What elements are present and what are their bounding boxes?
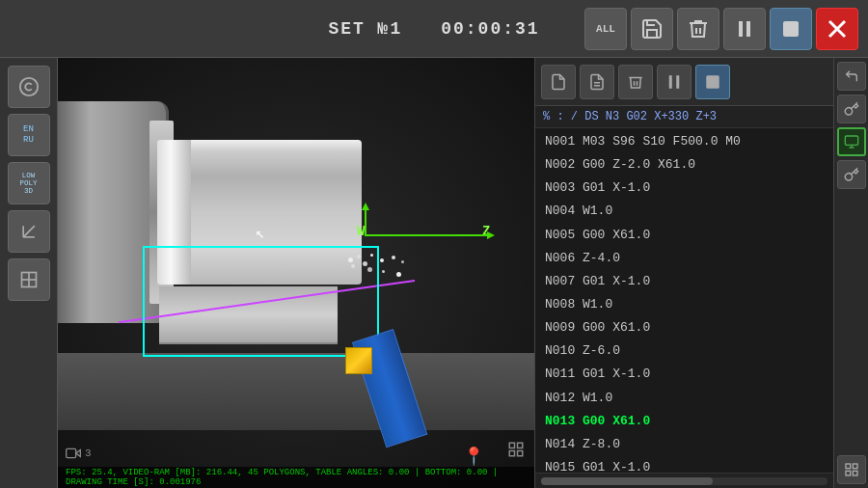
svg-rect-19: [669, 75, 672, 89]
svg-point-5: [19, 78, 37, 95]
svg-rect-0: [739, 21, 743, 37]
code-view[interactable]: N001 M03 S96 S10 F500.0 M0N002 G00 Z-2.0…: [535, 128, 833, 473]
code-header: % : / DS N3 G02 X+330 Z+3: [535, 106, 833, 128]
svg-rect-27: [853, 471, 857, 475]
svg-rect-14: [518, 443, 523, 447]
svg-rect-25: [846, 464, 851, 469]
workbench-table: [58, 353, 534, 430]
lang-btn[interactable]: ENRU: [8, 114, 50, 156]
code-line-n012[interactable]: N012 W1.0: [535, 387, 833, 410]
all-button[interactable]: ALL: [584, 8, 627, 50]
svg-rect-21: [706, 75, 719, 89]
tool-pin: 📍: [463, 446, 484, 467]
code-stop-btn[interactable]: [695, 65, 730, 99]
svg-rect-26: [853, 464, 857, 469]
code-line-n007[interactable]: N007 G01 X-1.0: [535, 270, 833, 293]
close-button[interactable]: [816, 8, 858, 50]
viewport-cursor: ↖: [256, 224, 265, 243]
code-line-n002[interactable]: N002 G00 Z-2.0 X61.0: [535, 153, 833, 176]
tool-measure-btn[interactable]: [8, 210, 50, 253]
status-text: FPS: 25.4, VIDEO-RAM [MB]: 216.44, 45 PO…: [66, 468, 527, 487]
code-panel: % : / DS N3 G02 X+330 Z+3 N001 M03 S96 S…: [534, 58, 833, 488]
rs-key-btn[interactable]: [837, 95, 866, 123]
svg-rect-28: [846, 471, 851, 475]
code-panel-toolbar: [535, 58, 833, 106]
svg-line-6: [23, 226, 35, 237]
rs-grid-btn[interactable]: [837, 455, 866, 484]
code-line-n004[interactable]: N004 W1.0: [535, 200, 833, 223]
top-bar-right: ALL: [584, 8, 858, 50]
viewport-canvas: W Z ↖: [58, 58, 534, 488]
svg-rect-20: [676, 75, 679, 89]
right-side-icons: [833, 58, 868, 488]
code-header-text: % : / DS N3 G02 X+330 Z+3: [543, 110, 717, 123]
right-panel-outer: % : / DS N3 G02 X+330 Z+3 N001 M03 S96 S…: [534, 58, 868, 488]
code-line-n005[interactable]: N005 G00 X61.0: [535, 224, 833, 247]
svg-rect-16: [509, 451, 514, 456]
camera-view-label[interactable]: 3: [66, 446, 92, 461]
cutting-chips: [343, 253, 406, 286]
camera-number: 3: [85, 447, 92, 459]
rs-key2-btn[interactable]: [837, 160, 866, 189]
code-bottom-scrollbar[interactable]: [535, 473, 833, 488]
code-line-n014[interactable]: N014 Z-8.0: [535, 433, 833, 456]
code-pause-btn[interactable]: [657, 65, 692, 99]
3d-btn[interactable]: LOWPOLY3D: [8, 162, 50, 204]
svg-rect-15: [518, 451, 523, 456]
code-line-n011[interactable]: N011 G01 X-1.0: [535, 363, 833, 386]
copyright-btn[interactable]: [8, 66, 50, 108]
pause-button[interactable]: [723, 8, 766, 50]
rs-monitor-btn[interactable]: [837, 127, 866, 156]
save-button[interactable]: [631, 8, 673, 50]
top-bar: SET №1 00:00:31 ALL: [0, 0, 868, 58]
svg-rect-2: [783, 21, 799, 37]
code-line-n003[interactable]: N003 G01 X-1.0: [535, 176, 833, 200]
code-save-btn[interactable]: [541, 65, 576, 99]
svg-rect-13: [509, 443, 514, 447]
code-line-n006[interactable]: N006 Z-4.0: [535, 247, 833, 270]
grid-icon[interactable]: [507, 441, 525, 461]
delete-button[interactable]: [677, 8, 719, 50]
viewport[interactable]: W Z ↖: [58, 58, 534, 488]
top-bar-center: SET №1 00:00:31: [328, 19, 539, 39]
main-row: ENRU LOWPOLY3D: [0, 58, 868, 488]
code-open-btn[interactable]: [580, 65, 614, 99]
left-sidebar: ENRU LOWPOLY3D: [0, 58, 58, 488]
code-line-n009[interactable]: N009 G00 X61.0: [535, 316, 833, 339]
set-title: SET №1: [328, 19, 402, 39]
svg-rect-22: [845, 136, 857, 145]
tool-holder-yellow: [345, 347, 372, 374]
code-line-n015[interactable]: N015 G01 X-1.0: [535, 456, 833, 473]
timer-display: 00:00:31: [441, 19, 539, 39]
code-line-n013[interactable]: N013 G00 X61.0: [535, 410, 833, 433]
code-line-n010[interactable]: N010 Z-6.0: [535, 339, 833, 363]
svg-rect-1: [746, 21, 750, 37]
svg-rect-12: [67, 448, 76, 457]
axis-z-line: [365, 234, 490, 236]
code-line-n001[interactable]: N001 M03 S96 S10 F500.0 M0: [535, 130, 833, 153]
rs-back-btn[interactable]: [837, 62, 866, 91]
stop-button[interactable]: [770, 8, 812, 50]
status-bar: FPS: 25.4, VIDEO-RAM [MB]: 216.44, 45 PO…: [58, 467, 534, 488]
code-delete-btn[interactable]: [618, 65, 653, 99]
axis-w-line: [365, 207, 366, 236]
tool-square-btn[interactable]: [8, 258, 50, 301]
code-line-n008[interactable]: N008 W1.0: [535, 293, 833, 316]
